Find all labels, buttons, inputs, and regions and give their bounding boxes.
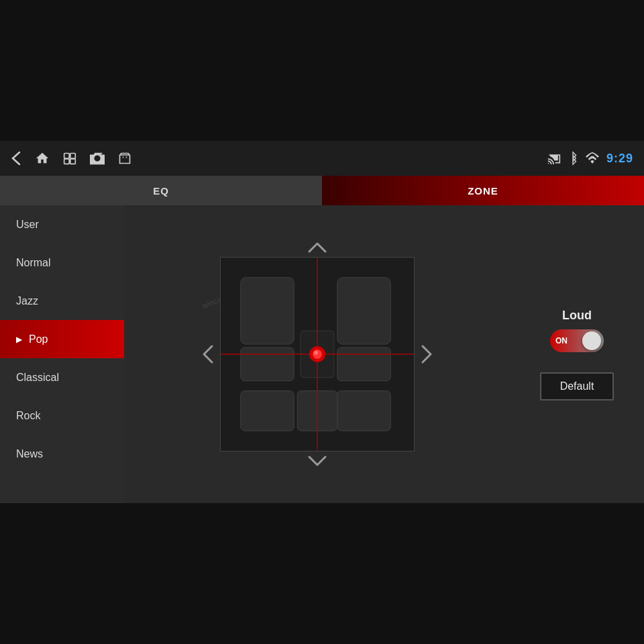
- svg-rect-9: [240, 391, 293, 431]
- svg-point-17: [314, 351, 318, 355]
- sidebar-item-rock[interactable]: Rock: [0, 396, 124, 435]
- sidebar-label-rock: Rock: [16, 410, 40, 422]
- loud-section: Loud ON: [550, 309, 604, 352]
- sidebar-item-normal[interactable]: Normal: [0, 244, 124, 282]
- sidebar-label-jazz: Jazz: [16, 295, 38, 307]
- clock-display: 9:29: [606, 152, 633, 166]
- play-icon: ▶: [16, 335, 22, 344]
- back-button[interactable]: [11, 151, 21, 166]
- sidebar-item-classical[interactable]: Classical: [0, 358, 124, 396]
- loud-toggle[interactable]: ON: [550, 329, 604, 352]
- sidebar: User Normal Jazz ▶ Pop Classical Rock: [0, 205, 124, 503]
- sidebar-label-normal: Normal: [16, 257, 51, 269]
- default-button[interactable]: Default: [540, 372, 614, 400]
- tab-eq[interactable]: EQ: [0, 176, 322, 205]
- top-bar-left: [11, 151, 535, 166]
- zone-row: [201, 257, 433, 451]
- sidebar-item-jazz[interactable]: Jazz: [0, 282, 124, 320]
- svg-rect-1: [70, 154, 76, 159]
- svg-rect-4: [100, 153, 103, 154]
- toggle-thumb: [582, 331, 601, 350]
- zone-area: wincairan.ir wincairan.ir: [124, 205, 510, 503]
- bag-button[interactable]: [118, 151, 131, 166]
- top-bar: 9:29: [0, 141, 644, 176]
- svg-rect-7: [337, 278, 390, 344]
- tab-bar: EQ ZONE: [0, 176, 644, 205]
- loud-label: Loud: [562, 309, 592, 323]
- sidebar-label-pop: Pop: [29, 333, 48, 345]
- svg-rect-2: [64, 159, 70, 164]
- cast-icon: [547, 152, 561, 164]
- arrow-down-button[interactable]: [307, 454, 328, 468]
- svg-rect-5: [240, 278, 293, 344]
- tab-zone[interactable]: ZONE: [322, 176, 644, 205]
- home-button[interactable]: [35, 151, 50, 166]
- bluetooth-icon: [568, 151, 578, 166]
- car-visualization: [220, 257, 415, 451]
- arrow-left-button[interactable]: [201, 343, 215, 365]
- sidebar-label-classical: Classical: [16, 372, 59, 384]
- svg-rect-3: [70, 159, 76, 164]
- sidebar-item-news[interactable]: News: [0, 435, 124, 473]
- arrow-right-button[interactable]: [420, 343, 433, 365]
- sidebar-item-pop[interactable]: ▶ Pop: [0, 320, 124, 358]
- right-controls: Loud ON Default: [510, 205, 644, 503]
- sidebar-item-user[interactable]: User: [0, 205, 124, 244]
- arrow-up-button[interactable]: [307, 241, 328, 254]
- windows-button[interactable]: [63, 152, 76, 165]
- sidebar-label-user: User: [16, 219, 39, 231]
- top-bar-right: 9:29: [547, 151, 633, 166]
- svg-rect-0: [64, 154, 70, 159]
- camera-button[interactable]: [90, 152, 105, 165]
- sidebar-label-news: News: [16, 448, 43, 460]
- toggle-on-label: ON: [555, 336, 568, 345]
- svg-rect-8: [337, 347, 390, 381]
- svg-rect-10: [337, 391, 390, 431]
- main-content: User Normal Jazz ▶ Pop Classical Rock: [0, 205, 644, 503]
- svg-rect-6: [240, 347, 293, 381]
- wifi-icon: [585, 152, 600, 164]
